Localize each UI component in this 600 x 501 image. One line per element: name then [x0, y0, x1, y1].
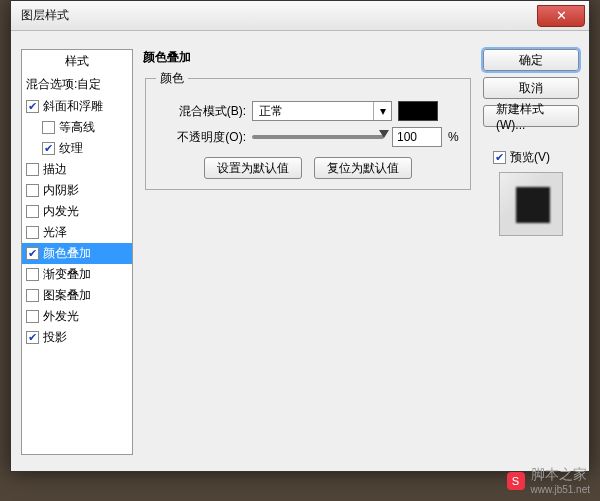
preview-thumbnail — [499, 172, 563, 236]
reset-default-button[interactable]: 复位为默认值 — [314, 157, 412, 179]
style-item[interactable]: 描边 — [22, 159, 132, 180]
styles-heading: 样式 — [22, 50, 132, 73]
opacity-slider-thumb[interactable] — [379, 130, 389, 138]
chevron-down-icon: ▾ — [373, 102, 391, 120]
styles-panel: 样式 混合选项:自定 斜面和浮雕等高线纹理描边内阴影内发光光泽颜色叠加渐变叠加图… — [21, 49, 133, 455]
style-item[interactable]: 内阴影 — [22, 180, 132, 201]
watermark-logo-icon: S — [507, 472, 525, 490]
style-checkbox[interactable] — [42, 142, 55, 155]
title-bar: 图层样式 ✕ — [11, 1, 589, 31]
style-checkbox[interactable] — [26, 331, 39, 344]
style-item[interactable]: 光泽 — [22, 222, 132, 243]
style-checkbox[interactable] — [26, 289, 39, 302]
opacity-row: 不透明度(O): 100 % — [156, 127, 460, 147]
style-item-label: 纹理 — [59, 140, 83, 157]
style-item[interactable]: 渐变叠加 — [22, 264, 132, 285]
cancel-button[interactable]: 取消 — [483, 77, 579, 99]
style-checkbox[interactable] — [42, 121, 55, 134]
style-item-label: 斜面和浮雕 — [43, 98, 103, 115]
style-item[interactable]: 颜色叠加 — [22, 243, 132, 264]
watermark: S 脚本之家 www.jb51.net — [507, 466, 590, 495]
style-checkbox[interactable] — [26, 184, 39, 197]
style-checkbox[interactable] — [26, 247, 39, 260]
style-item[interactable]: 纹理 — [22, 138, 132, 159]
opacity-slider[interactable] — [252, 135, 384, 139]
style-item[interactable]: 斜面和浮雕 — [22, 96, 132, 117]
defaults-button-row: 设置为默认值 复位为默认值 — [156, 157, 460, 179]
style-item[interactable]: 图案叠加 — [22, 285, 132, 306]
blend-mode-value: 正常 — [253, 103, 373, 120]
style-item-label: 等高线 — [59, 119, 95, 136]
preview-checkbox-row[interactable]: 预览(V) — [493, 149, 579, 166]
window-close-button[interactable]: ✕ — [537, 5, 585, 27]
blend-mode-row: 混合模式(B): 正常 ▾ — [156, 101, 460, 121]
blend-mode-label: 混合模式(B): — [156, 103, 252, 120]
window-title: 图层样式 — [21, 7, 537, 24]
style-checkbox[interactable] — [26, 226, 39, 239]
style-item-label: 图案叠加 — [43, 287, 91, 304]
dialog-client-area: 样式 混合选项:自定 斜面和浮雕等高线纹理描边内阴影内发光光泽颜色叠加渐变叠加图… — [11, 31, 589, 471]
opacity-input[interactable]: 100 — [392, 127, 442, 147]
style-item-label: 内阴影 — [43, 182, 79, 199]
center-pane: 颜色叠加 颜色 混合模式(B): 正常 ▾ 不透明度(O): 100 — [133, 49, 473, 455]
watermark-url: www.jb51.net — [531, 484, 590, 495]
style-item[interactable]: 投影 — [22, 327, 132, 348]
style-item-label: 光泽 — [43, 224, 67, 241]
style-item-label: 颜色叠加 — [43, 245, 91, 262]
style-checkbox[interactable] — [26, 310, 39, 323]
opacity-label: 不透明度(O): — [156, 129, 252, 146]
preview-area: 预览(V) — [483, 141, 579, 236]
section-title: 颜色叠加 — [143, 49, 473, 66]
style-item-label: 描边 — [43, 161, 67, 178]
blend-mode-dropdown[interactable]: 正常 ▾ — [252, 101, 392, 121]
style-checkbox[interactable] — [26, 100, 39, 113]
style-item[interactable]: 等高线 — [22, 117, 132, 138]
preview-label: 预览(V) — [510, 149, 550, 166]
preview-checkbox[interactable] — [493, 151, 506, 164]
right-column: 确定 取消 新建样式(W)... 预览(V) — [473, 49, 579, 455]
style-item-label: 投影 — [43, 329, 67, 346]
style-item[interactable]: 内发光 — [22, 201, 132, 222]
style-checkbox[interactable] — [26, 205, 39, 218]
styles-list: 斜面和浮雕等高线纹理描边内阴影内发光光泽颜色叠加渐变叠加图案叠加外发光投影 — [22, 96, 132, 348]
color-group: 颜色 混合模式(B): 正常 ▾ 不透明度(O): 100 % — [145, 70, 471, 190]
make-default-button[interactable]: 设置为默认值 — [204, 157, 302, 179]
overlay-color-swatch[interactable] — [398, 101, 438, 121]
blending-options-row[interactable]: 混合选项:自定 — [22, 73, 132, 96]
style-item-label: 外发光 — [43, 308, 79, 325]
layer-style-dialog: 图层样式 ✕ 样式 混合选项:自定 斜面和浮雕等高线纹理描边内阴影内发光光泽颜色… — [10, 0, 590, 472]
ok-button[interactable]: 确定 — [483, 49, 579, 71]
opacity-unit: % — [448, 130, 459, 144]
style-checkbox[interactable] — [26, 268, 39, 281]
style-item-label: 内发光 — [43, 203, 79, 220]
watermark-text: 脚本之家 — [531, 466, 590, 484]
color-group-legend: 颜色 — [156, 70, 188, 87]
style-item[interactable]: 外发光 — [22, 306, 132, 327]
new-style-button[interactable]: 新建样式(W)... — [483, 105, 579, 127]
style-checkbox[interactable] — [26, 163, 39, 176]
style-item-label: 渐变叠加 — [43, 266, 91, 283]
